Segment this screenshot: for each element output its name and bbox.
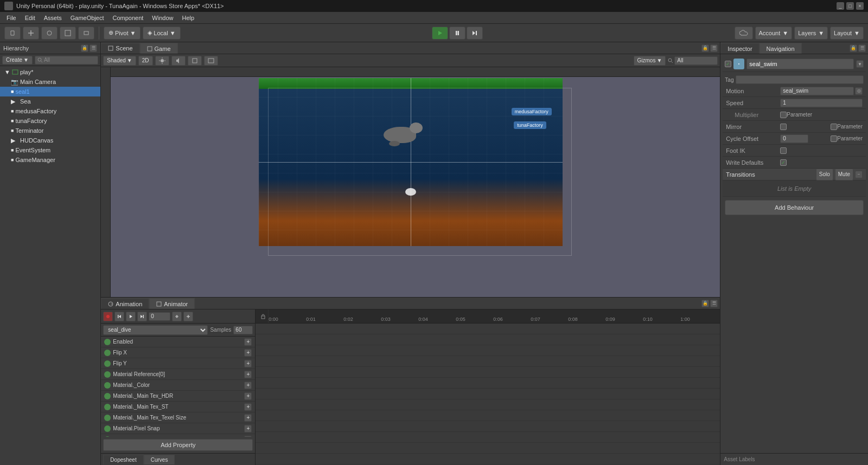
prop-maintexst[interactable]: Material._Main Tex_ST + <box>101 402 255 412</box>
tunafactory-label-bubble[interactable]: tunaFactory <box>514 121 546 129</box>
prop-add-pixelsnap[interactable]: + <box>244 425 252 432</box>
seal-object[interactable] <box>378 121 422 148</box>
insp-cycleoffset-field[interactable]: 0 <box>780 134 808 143</box>
hierarchy-item-terminator[interactable]: ■ Terminator <box>0 126 100 135</box>
insp-writedefaults-checkbox[interactable] <box>780 159 787 166</box>
scene-lock-icon[interactable]: 🔒 <box>701 44 709 52</box>
hierarchy-item-seal1[interactable]: ■ seal1 <box>0 87 100 96</box>
mute-button[interactable]: Mute <box>835 169 853 180</box>
insp-multiplier-checkbox[interactable] <box>780 112 787 118</box>
hierarchy-lock-icon[interactable]: 🔒 <box>81 44 88 52</box>
hierarchy-item-hudcanvas[interactable]: ▶ HUDCanvas <box>0 135 100 145</box>
insp-cycleoffset-param-checkbox[interactable] <box>831 135 837 142</box>
insp-tag-input[interactable] <box>736 75 864 84</box>
layers-dropdown[interactable]: Layers ▼ <box>794 27 828 40</box>
scale-tool-button[interactable] <box>60 27 76 40</box>
prop-matcolor[interactable]: Material._Color + <box>101 380 255 391</box>
prop-pixelsnap[interactable]: Material.Pixel Snap + <box>101 423 255 434</box>
tab-navigation[interactable]: Navigation <box>760 43 802 54</box>
pause-button[interactable] <box>449 27 465 40</box>
timeline-header[interactable]: 0:00 0:01 0:02 0:03 0:04 0:05 0:06 0:07 … <box>256 309 720 324</box>
prop-add-flipy[interactable]: + <box>244 360 252 367</box>
tab-animator[interactable]: Animator <box>149 298 195 309</box>
hierarchy-item-eventsystem[interactable]: ■ EventSystem <box>0 145 100 155</box>
prop-add-maintexst[interactable]: + <box>244 403 252 411</box>
anim-record-button[interactable] <box>103 312 113 321</box>
rotate-tool-button[interactable] <box>41 27 58 40</box>
hierarchy-item-medusafactory[interactable]: ■ medusaFactory <box>0 106 100 116</box>
tab-curves[interactable]: Curves <box>144 455 175 464</box>
local-button[interactable]: ◈ Local ▼ <box>143 27 180 40</box>
add-property-button[interactable]: Add Property <box>103 439 253 451</box>
samples-input[interactable] <box>233 326 253 334</box>
menu-edit[interactable]: Edit <box>21 14 40 22</box>
hierarchy-item-sea[interactable]: ▶ Sea <box>0 96 100 106</box>
hierarchy-item-gamemanager[interactable]: ■ GameManager <box>0 155 100 165</box>
bottom-lock-icon[interactable]: 🔒 <box>701 300 709 307</box>
hand-tool-button[interactable] <box>4 27 21 40</box>
anim-play-button[interactable] <box>126 312 136 321</box>
prop-shadows[interactable]: Receive Shadows + <box>101 434 255 437</box>
insp-active-checkbox[interactable] <box>725 61 731 67</box>
prop-add-matref[interactable]: + <box>244 371 252 378</box>
menu-assets[interactable]: Assets <box>40 14 66 22</box>
hierarchy-menu-icon[interactable]: ☰ <box>90 44 97 52</box>
prop-add-enabled[interactable]: + <box>244 338 252 346</box>
account-dropdown[interactable]: Account ▼ <box>755 27 793 40</box>
insp-expand-icon[interactable]: ▼ <box>856 60 864 68</box>
shading-dropdown[interactable]: Shaded ▼ <box>103 56 136 66</box>
hierarchy-item-maincamera[interactable]: 📷 Main Camera <box>0 77 100 87</box>
prop-add-texelsize[interactable]: + <box>244 414 252 422</box>
tab-scene[interactable]: Scene <box>101 43 139 54</box>
tab-inspector[interactable]: Inspector <box>720 43 759 54</box>
menu-gameobject[interactable]: GameObject <box>66 14 108 22</box>
menu-component[interactable]: Component <box>108 14 148 22</box>
menu-help[interactable]: Help <box>177 14 199 22</box>
2d-button[interactable]: 2D <box>138 56 153 66</box>
prop-flipy[interactable]: Flip Y + <box>101 358 255 369</box>
lighting-button[interactable] <box>155 56 169 66</box>
anim-next-button[interactable] <box>137 312 147 321</box>
scene-menu-icon[interactable]: ☰ <box>710 44 718 52</box>
transitions-minus-icon[interactable]: − <box>855 171 863 178</box>
hierarchy-search[interactable]: All <box>35 56 98 64</box>
image-button[interactable] <box>204 56 218 66</box>
add-behaviour-button[interactable]: Add Behaviour <box>725 200 864 215</box>
prop-add-flipx[interactable]: + <box>244 349 252 357</box>
insp-name-input[interactable] <box>746 59 854 69</box>
insp-mirror-checkbox[interactable] <box>780 124 787 130</box>
inspector-lock-icon[interactable]: 🔒 <box>850 44 857 52</box>
rect-tool-button[interactable] <box>78 27 94 40</box>
prop-matref[interactable]: Material Reference[0] + <box>101 369 255 380</box>
pivot-button[interactable]: ⊕ Pivot ▼ <box>104 27 141 40</box>
scene-search-input[interactable] <box>674 56 718 65</box>
tab-animation[interactable]: Animation <box>101 298 149 309</box>
audio-button[interactable] <box>171 56 186 66</box>
medusafactory-label-bubble[interactable]: medusaFactory <box>512 108 552 115</box>
insp-speed-field[interactable]: 1 <box>780 99 863 107</box>
step-button[interactable] <box>467 27 483 40</box>
create-button[interactable]: Create ▼ <box>2 56 33 64</box>
anim-frame-input[interactable] <box>149 312 170 321</box>
solo-button[interactable]: Solo <box>816 169 833 180</box>
prop-add-matcolor[interactable]: + <box>244 382 252 389</box>
hierarchy-item-play[interactable]: ▼ play* <box>0 67 100 77</box>
clip-select[interactable]: seal_dive <box>103 325 208 335</box>
insp-footik-checkbox[interactable] <box>780 147 787 154</box>
prop-enabled[interactable]: Enabled + <box>101 337 255 347</box>
insp-mirror-param-checkbox[interactable] <box>831 124 837 130</box>
insp-motion-select-icon[interactable]: ◎ <box>855 87 863 95</box>
menu-file[interactable]: File <box>2 14 21 22</box>
prop-texelsize[interactable]: Material._Main Tex_Texel Size + <box>101 412 255 423</box>
anim-prev-button[interactable] <box>114 312 124 321</box>
anim-addkey-button[interactable] <box>183 312 193 321</box>
inspector-menu-icon[interactable]: ☰ <box>858 44 866 52</box>
move-tool-button[interactable] <box>23 27 39 40</box>
prop-add-shadows[interactable]: + <box>244 436 252 437</box>
play-button[interactable] <box>432 27 448 40</box>
insp-motion-field[interactable]: seal_swim <box>780 87 854 95</box>
hierarchy-item-tunafactory[interactable]: ■ tunaFactory <box>0 116 100 126</box>
minimize-button[interactable]: _ <box>837 2 844 10</box>
bottom-menu-icon[interactable]: ☰ <box>710 300 718 307</box>
layout-dropdown[interactable]: Layout ▼ <box>830 27 864 40</box>
